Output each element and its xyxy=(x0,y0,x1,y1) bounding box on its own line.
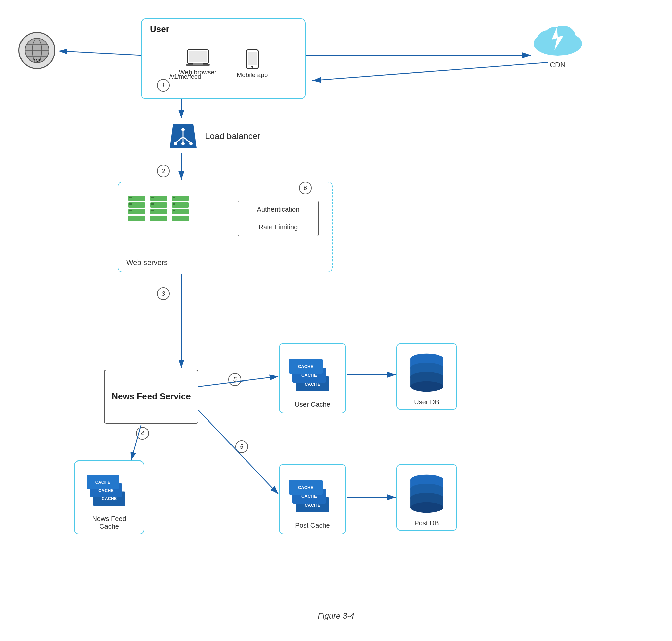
svg-rect-27 xyxy=(128,196,145,201)
arrows-layer xyxy=(0,0,672,641)
svg-text:CACHE: CACHE xyxy=(298,364,314,369)
svg-rect-7 xyxy=(189,51,207,62)
user-cache-label: User Cache xyxy=(295,401,330,408)
svg-text:CACHE: CACHE xyxy=(95,480,110,485)
svg-point-12 xyxy=(251,66,253,68)
web-servers-box: Authentication Rate Limiting Web servers xyxy=(117,181,333,272)
news-feed-service-label: News Feed Service xyxy=(112,391,191,403)
svg-rect-43 xyxy=(172,202,189,208)
user-db-icon xyxy=(405,348,449,394)
load-balancer-label: Load balancer xyxy=(205,131,261,141)
svg-rect-33 xyxy=(128,216,145,221)
mobile-app-label: Mobile app xyxy=(237,71,268,79)
svg-line-82 xyxy=(59,51,141,55)
svg-point-26 xyxy=(189,142,193,145)
user-db-label: User DB xyxy=(414,398,439,406)
step-2: 2 xyxy=(157,165,170,177)
svg-rect-38 xyxy=(150,209,167,215)
step-5b: 5 xyxy=(235,440,248,453)
svg-rect-29 xyxy=(128,202,145,208)
post-cache-node: CACHE CACHE CACHE Post Cache xyxy=(279,464,346,534)
web-servers-label: Web servers xyxy=(126,258,168,267)
post-db-label: Post DB xyxy=(414,519,439,527)
post-db-node: Post DB xyxy=(396,464,457,531)
laptop-icon xyxy=(186,49,210,67)
news-feed-cache-label: News FeedCache xyxy=(92,515,126,530)
news-feed-cache-node: CACHE CACHE CACHE News FeedCache xyxy=(74,461,144,534)
svg-rect-35 xyxy=(151,196,154,198)
svg-point-73 xyxy=(410,502,443,513)
svg-point-25 xyxy=(181,142,185,145)
step-1: 1 xyxy=(157,79,170,92)
post-db-icon xyxy=(405,469,449,515)
load-balancer-box: Load balancer xyxy=(168,121,261,151)
user-cache-node: CACHE CACHE CACHE User Cache xyxy=(279,343,346,413)
web-servers-icons xyxy=(125,192,206,253)
svg-point-60 xyxy=(410,381,443,392)
user-db-node: User DB xyxy=(396,343,457,410)
post-cache-icon: CACHE CACHE CACHE xyxy=(285,470,339,518)
svg-rect-45 xyxy=(172,209,189,215)
user-cache-icon: CACHE CACHE CACHE xyxy=(285,350,339,397)
svg-rect-42 xyxy=(173,196,176,198)
step-3: 3 xyxy=(157,287,170,300)
diagram: DNS User Web browser Mobil xyxy=(0,0,672,641)
dns-node: DNS xyxy=(18,32,55,69)
svg-rect-9 xyxy=(193,63,203,65)
svg-rect-28 xyxy=(129,196,132,198)
svg-rect-37 xyxy=(151,203,154,205)
post-cache-label: Post Cache xyxy=(295,522,330,529)
auth-rate-box: Authentication Rate Limiting xyxy=(238,201,319,236)
step-6: 6 xyxy=(299,181,312,194)
svg-rect-40 xyxy=(150,216,167,221)
svg-rect-41 xyxy=(172,196,189,201)
svg-rect-30 xyxy=(129,203,132,205)
svg-text:CACHE: CACHE xyxy=(298,485,314,490)
svg-point-23 xyxy=(181,128,185,132)
cdn-cloud-icon xyxy=(531,20,585,57)
api-path-label: /v1/me/feed xyxy=(169,73,201,80)
svg-rect-31 xyxy=(128,209,145,215)
svg-point-24 xyxy=(174,142,177,145)
svg-rect-34 xyxy=(150,196,167,201)
news-feed-service-box: News Feed Service xyxy=(104,370,198,424)
cdn-node: CDN xyxy=(531,20,585,69)
news-feed-cache-icon: CACHE CACHE CACHE xyxy=(82,466,136,511)
step-5a: 5 xyxy=(228,373,241,386)
svg-rect-11 xyxy=(248,52,257,65)
svg-rect-44 xyxy=(173,203,176,205)
cdn-label: CDN xyxy=(550,60,566,69)
auth-label: Authentication xyxy=(238,201,318,218)
rate-limiting-label: Rate Limiting xyxy=(238,218,318,236)
svg-text:DNS: DNS xyxy=(32,58,42,63)
mobile-app-item: Mobile app xyxy=(237,49,268,79)
svg-rect-47 xyxy=(172,216,189,221)
svg-rect-32 xyxy=(129,210,132,212)
user-title: User xyxy=(150,24,169,34)
svg-rect-39 xyxy=(151,210,154,212)
step-4: 4 xyxy=(136,427,149,440)
figure-caption: Figure 3-4 xyxy=(318,611,354,621)
load-balancer-icon xyxy=(168,121,198,151)
svg-rect-46 xyxy=(173,210,176,212)
mobile-icon xyxy=(246,49,259,69)
svg-line-92 xyxy=(312,62,548,81)
svg-rect-36 xyxy=(150,202,167,208)
